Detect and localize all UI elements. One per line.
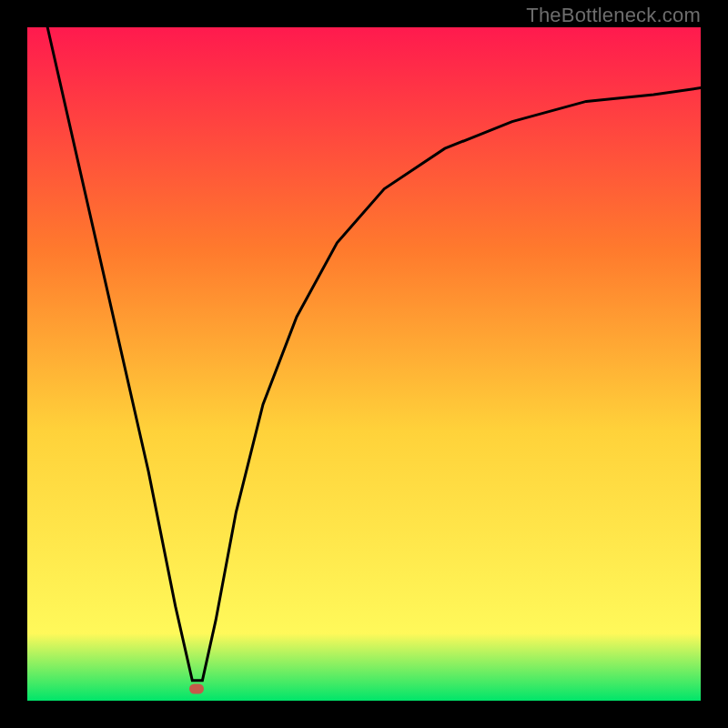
chart-frame: TheBottleneck.com — [0, 0, 728, 728]
plot-area — [27, 27, 701, 701]
bottleneck-curve-path — [47, 27, 701, 681]
curve-layer — [27, 27, 701, 701]
watermark-text: TheBottleneck.com — [526, 4, 701, 27]
minimum-marker — [189, 683, 204, 693]
